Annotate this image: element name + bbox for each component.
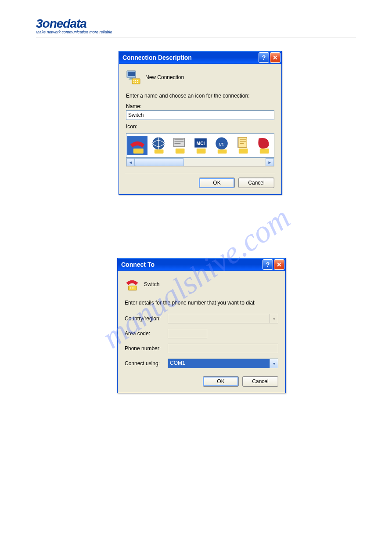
separator — [125, 173, 275, 173]
close-button[interactable]: ✕ — [270, 52, 281, 63]
phone-modem-icon[interactable] — [127, 136, 147, 155]
shape-icon[interactable] — [254, 136, 274, 155]
phone-input — [168, 344, 278, 353]
icon-scrollbar[interactable]: ◄ ► — [126, 158, 274, 167]
phone-modem-icon — [125, 277, 140, 292]
svg-point-9 — [135, 82, 136, 83]
phone-label: Phone number: — [125, 345, 168, 352]
ok-button[interactable]: OK — [203, 376, 239, 387]
svg-rect-26 — [129, 286, 137, 290]
satellite-icon[interactable]: ge — [212, 136, 232, 155]
cancel-button[interactable]: Cancel — [242, 376, 278, 387]
dialog-title: Connect To — [121, 261, 262, 268]
connect-combo[interactable]: COM1 ▾ — [168, 359, 278, 368]
button-row: OK Cancel — [125, 376, 278, 387]
svg-point-32 — [133, 288, 134, 289]
page-header: 3onedata Make network communication more… — [36, 17, 356, 37]
help-button[interactable]: ? — [259, 52, 269, 63]
svg-rect-25 — [260, 149, 269, 154]
svg-rect-21 — [218, 149, 227, 153]
titlebar: Connect To ? ✕ — [118, 258, 285, 271]
svg-rect-24 — [239, 149, 248, 154]
svg-rect-4 — [132, 79, 140, 84]
brand-logo: 3onedata — [36, 17, 356, 31]
icon-strip[interactable]: MCI ge — [126, 133, 274, 158]
dialog-heading-row: Switch — [125, 277, 278, 292]
svg-rect-1 — [128, 72, 135, 76]
dialog-heading-row: New Connection — [126, 70, 274, 85]
cancel-button[interactable]: Cancel — [238, 178, 274, 188]
svg-rect-18 — [197, 149, 206, 154]
connection-description-dialog: Connection Description ? ✕ — [119, 51, 282, 195]
svg-point-31 — [132, 288, 133, 289]
area-label: Area code: — [125, 330, 168, 337]
chevron-down-icon[interactable]: ▾ — [270, 359, 278, 368]
svg-text:ge: ge — [219, 141, 225, 146]
dialog-subtitle: New Connection — [145, 74, 184, 80]
scroll-right-button[interactable]: ► — [266, 158, 274, 166]
name-input[interactable] — [126, 110, 274, 120]
mci-icon[interactable]: MCI — [191, 136, 211, 155]
prompt-text: Enter details for the phone number that … — [125, 300, 278, 306]
country-combo: ▾ — [168, 314, 278, 323]
button-row: OK Cancel — [126, 178, 274, 188]
svg-point-8 — [133, 82, 134, 83]
dialog-subtitle: Switch — [144, 281, 159, 287]
chevron-down-icon: ▾ — [270, 314, 278, 323]
close-button[interactable]: ✕ — [274, 259, 284, 270]
close-icon: ✕ — [277, 261, 282, 268]
fax-icon[interactable] — [169, 136, 190, 155]
document-icon[interactable] — [233, 136, 253, 155]
icon-label: Icon: — [126, 123, 274, 130]
monitor-phone-icon — [126, 70, 141, 85]
country-row: Country/region: ▾ — [125, 314, 278, 323]
scroll-left-button[interactable]: ◄ — [126, 158, 135, 166]
area-input — [168, 329, 207, 338]
dialog-body: New Connection Enter a name and choose a… — [119, 64, 281, 194]
globe-icon[interactable] — [148, 136, 169, 155]
prompt-text: Enter a name and choose an icon for the … — [126, 93, 274, 99]
help-button[interactable]: ? — [263, 259, 273, 270]
name-label: Name: — [126, 103, 274, 109]
svg-text:MCI: MCI — [197, 141, 205, 146]
connect-to-dialog: Connect To ? ✕ Switch Enter details for … — [117, 258, 286, 393]
svg-rect-23 — [239, 138, 247, 148]
scroll-track[interactable] — [135, 158, 266, 166]
country-value — [168, 314, 270, 323]
svg-point-5 — [133, 80, 134, 81]
svg-point-27 — [130, 287, 131, 288]
svg-point-7 — [137, 80, 138, 81]
svg-point-10 — [137, 82, 138, 83]
close-icon: ✕ — [273, 54, 278, 61]
brand-tagline: Make network communication more reliable — [36, 30, 356, 34]
titlebar: Connection Description ? ✕ — [119, 51, 281, 64]
svg-point-30 — [130, 288, 131, 289]
dialog-body: Switch Enter details for the phone numbe… — [118, 271, 285, 393]
svg-rect-15 — [176, 149, 185, 154]
icon-picker: MCI ge ◄ ► — [126, 133, 274, 167]
country-label: Country/region: — [125, 316, 168, 322]
ok-button[interactable]: OK — [199, 178, 235, 188]
scroll-thumb[interactable] — [135, 158, 184, 166]
svg-rect-13 — [155, 149, 164, 153]
connect-row: Connect using: COM1 ▾ — [125, 359, 278, 368]
svg-point-28 — [132, 287, 133, 288]
svg-point-29 — [133, 287, 134, 288]
svg-rect-11 — [133, 149, 144, 154]
svg-point-6 — [135, 80, 136, 81]
area-row: Area code: — [125, 329, 278, 338]
phone-row: Phone number: — [125, 344, 278, 353]
connect-label: Connect using: — [125, 360, 168, 366]
dialog-title: Connection Description — [122, 54, 258, 61]
connect-value: COM1 — [168, 359, 270, 368]
